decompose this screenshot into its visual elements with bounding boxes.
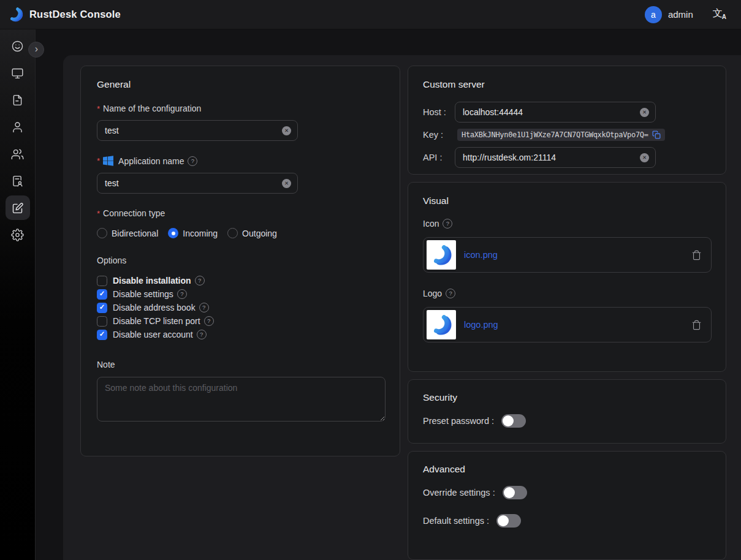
option-label: Disable installation [113,276,191,286]
right-column: Custom server Host : ✕ Key : HtaXBkJNHy [408,66,726,560]
delete-icon[interactable] [691,250,702,260]
logo-preview-thumbnail [427,310,456,339]
connection-type-label: * Connection type [97,208,384,218]
clear-icon[interactable]: ✕ [282,179,291,188]
general-card: General * Name of the configuration ✕ * [80,66,400,456]
radio-bidirectional[interactable]: Bidirectional [97,228,158,238]
windows-logo-icon [103,156,113,166]
checkbox-icon[interactable]: ✓ [97,276,107,286]
checkbox-icon-checked[interactable]: ✓ [97,289,107,300]
app-name-input[interactable] [105,178,282,188]
sidebar-item-audit[interactable] [6,88,30,112]
user-menu[interactable]: a admin [645,6,693,23]
help-icon[interactable]: ? [177,289,187,299]
radio-icon[interactable] [97,228,107,238]
visual-card: Visual Icon ? ico [408,182,726,372]
help-icon[interactable]: ? [199,303,209,312]
key-label: Key : [423,130,455,140]
user-icon [11,121,24,134]
option-disable-installation[interactable]: ✓ Disable installation ? [97,274,384,287]
help-icon[interactable]: ? [197,330,207,339]
chevron-right-icon: › [35,44,38,54]
required-marker: * [97,156,100,165]
option-disable-user-account[interactable]: ✓ Disable user account ? [97,328,384,341]
icon-file-link[interactable]: icon.png [464,250,691,260]
rustdesk-logo-icon [7,6,24,23]
api-label: API : [423,153,455,162]
note-textarea[interactable] [97,377,386,422]
sidebar [0,29,36,560]
logo-label-text: Logo [423,289,442,298]
sidebar-item-address-books[interactable] [6,168,30,193]
sidebar-item-groups[interactable] [6,142,30,166]
required-marker: * [97,104,100,113]
override-settings-toggle[interactable] [503,486,527,499]
host-row: Host : ✕ [423,102,711,123]
top-bar: RustDesk Console a admin 文A [0,0,741,29]
delete-icon[interactable] [691,320,702,330]
app-name-label-text: Application name [118,156,184,166]
sidebar-item-settings[interactable] [6,222,30,247]
default-settings-row: Default settings : [423,514,711,528]
logo-upload-row: logo.png [423,307,712,342]
help-icon[interactable]: ? [443,219,452,229]
option-label: Disable user account [113,330,193,339]
help-icon[interactable]: ? [204,316,214,326]
icon-upload-row: icon.png [423,237,712,273]
logo-file-link[interactable]: logo.png [464,320,691,330]
checkbox-icon-checked[interactable]: ✓ [97,330,107,340]
preset-password-toggle[interactable] [501,414,526,428]
radio-outgoing[interactable]: Outgoing [227,228,277,238]
sidebar-expand-button[interactable]: › [28,42,44,58]
main-area: General * Name of the configuration ✕ * [36,29,741,560]
clear-icon[interactable]: ✕ [282,126,291,135]
clear-icon[interactable]: ✕ [640,153,649,162]
document-icon [11,94,24,107]
api-row: API : ✕ [423,147,711,168]
config-name-label-text: Name of the configuration [103,104,201,113]
custom-server-title: Custom server [423,79,711,90]
default-settings-label: Default settings : [423,516,489,526]
clear-icon[interactable]: ✕ [640,108,649,117]
switch-knob [504,487,515,498]
smiley-icon [11,40,24,53]
option-label: Disable TCP listen port [113,316,200,326]
users-icon [11,148,24,161]
option-disable-tcp-listen-port[interactable]: ✓ Disable TCP listen port ? [97,314,384,328]
sidebar-item-users[interactable] [6,115,30,139]
username: admin [668,9,693,20]
connection-type-radio-group: Bidirectional Incoming Outgoing [97,228,384,238]
gear-icon [11,229,24,241]
check-icon: ✓ [99,290,105,298]
copy-icon[interactable] [652,131,661,139]
language-switcher-icon[interactable]: 文A [713,9,726,20]
icon-preview-thumbnail [427,240,456,270]
host-label: Host : [423,107,455,117]
option-disable-settings[interactable]: ✓ Disable settings ? [97,287,384,301]
sidebar-item-dashboard[interactable] [6,34,30,58]
help-icon[interactable]: ? [195,276,205,286]
radio-icon-selected[interactable] [168,228,178,238]
option-disable-address-book[interactable]: ✓ Disable address book ? [97,301,384,314]
api-input-wrap: ✕ [455,147,656,168]
sidebar-item-devices[interactable] [6,61,30,85]
help-icon[interactable]: ? [188,156,197,166]
default-settings-toggle[interactable] [496,514,521,528]
avatar[interactable]: a [645,6,662,23]
host-input[interactable] [463,107,640,117]
sidebar-item-custom-clients[interactable] [6,195,30,220]
options-label: Options [97,255,384,265]
server-key-value: HtaXBkJNHyn0e1U1jWXze7A7CN7QTGWqxkOtpaVp… [462,131,648,139]
rustdesk-console-app: RustDesk Console a admin 文A [0,0,741,560]
checkbox-icon-checked[interactable]: ✓ [97,303,107,313]
api-input[interactable] [463,153,640,162]
radio-icon[interactable] [227,228,238,238]
config-name-input[interactable] [105,126,282,135]
check-icon: ✓ [99,304,105,311]
key-row: Key : HtaXBkJNHyn0e1U1jWXze7A7CN7QTGWqxk… [423,126,711,143]
option-label: Disable settings [113,289,173,299]
help-icon[interactable]: ? [446,289,455,298]
document-user-icon [11,175,24,187]
radio-incoming[interactable]: Incoming [168,228,218,238]
checkbox-icon[interactable]: ✓ [97,316,107,327]
